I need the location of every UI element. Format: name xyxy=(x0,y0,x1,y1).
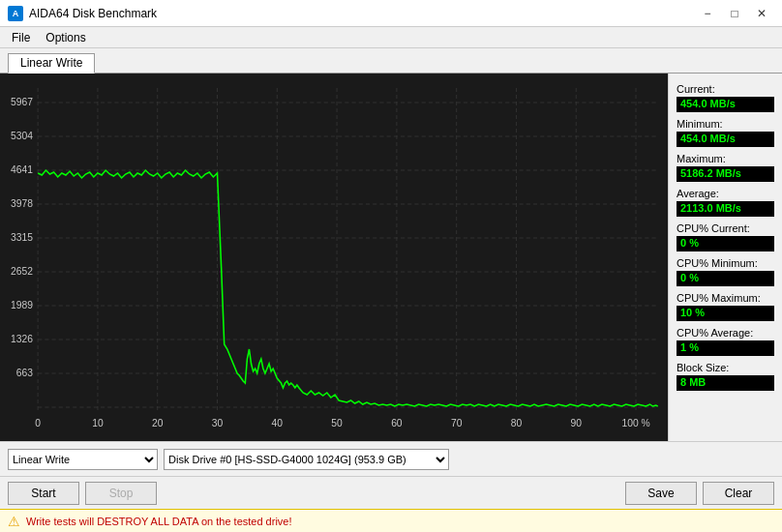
chart-area: MB/s 25:20 xyxy=(0,74,668,441)
cpu-maximum-value: 10 % xyxy=(677,306,774,321)
average-label: Average: xyxy=(677,188,774,199)
tab-area: Linear Write xyxy=(0,48,782,74)
menu-options[interactable]: Options xyxy=(38,29,93,46)
window-controls: − □ ✕ xyxy=(695,4,774,23)
svg-text:2652: 2652 xyxy=(11,266,33,277)
maximum-value: 5186.2 MB/s xyxy=(677,166,774,182)
title-bar-left: A AIDA64 Disk Benchmark xyxy=(8,6,157,21)
cpu-average-label: CPU% Average: xyxy=(677,327,774,339)
svg-text:40: 40 xyxy=(272,418,284,429)
bottom-controls: Linear Write Disk Drive #0 [HS-SSD-G4000… xyxy=(0,441,782,476)
window-title: AIDA64 Disk Benchmark xyxy=(29,7,157,20)
svg-text:3978: 3978 xyxy=(11,198,33,209)
cpu-current-label: CPU% Current: xyxy=(677,222,774,234)
maximize-button[interactable]: □ xyxy=(722,4,747,23)
clear-button[interactable]: Clear xyxy=(703,482,774,505)
current-label: Current: xyxy=(677,83,774,95)
button-row: Start Stop Save Clear xyxy=(0,476,782,509)
menu-file[interactable]: File xyxy=(4,29,38,46)
svg-text:5967: 5967 xyxy=(11,97,33,107)
svg-text:1989: 1989 xyxy=(11,300,33,310)
test-type-select[interactable]: Linear Write xyxy=(8,449,158,470)
cpu-current-value: 0 % xyxy=(677,236,774,251)
svg-text:20: 20 xyxy=(152,418,164,429)
stop-button[interactable]: Stop xyxy=(85,482,157,505)
right-panel: Current: 454.0 MB/s Minimum: 454.0 MB/s … xyxy=(668,74,782,441)
close-button[interactable]: ✕ xyxy=(749,4,774,23)
title-bar: A AIDA64 Disk Benchmark − □ ✕ xyxy=(0,0,782,27)
minimize-button[interactable]: − xyxy=(695,4,720,23)
disk-select[interactable]: Disk Drive #0 [HS-SSD-G4000 1024G] (953.… xyxy=(164,449,449,470)
maximum-label: Maximum: xyxy=(677,153,774,164)
cpu-minimum-value: 0 % xyxy=(677,271,774,286)
svg-text:1326: 1326 xyxy=(11,334,33,344)
svg-text:90: 90 xyxy=(571,418,583,429)
chart-svg: 5967 5304 4641 3978 3315 2652 1989 1326 … xyxy=(0,74,668,441)
svg-rect-0 xyxy=(0,74,668,441)
main-content: MB/s 25:20 xyxy=(0,74,782,441)
warning-text: Write tests will DESTROY ALL DATA on the… xyxy=(26,516,292,527)
svg-text:5304: 5304 xyxy=(11,131,33,141)
menu-bar: File Options xyxy=(0,27,782,48)
start-button[interactable]: Start xyxy=(8,482,79,505)
warning-row: ⚠ Write tests will DESTROY ALL DATA on t… xyxy=(0,509,782,532)
tab-linear-write[interactable]: Linear Write xyxy=(8,53,95,74)
cpu-average-value: 1 % xyxy=(677,340,774,356)
cpu-minimum-label: CPU% Minimum: xyxy=(677,257,774,269)
block-size-value: 8 MB xyxy=(677,375,774,391)
svg-text:100 %: 100 % xyxy=(621,418,649,429)
current-value: 454.0 MB/s xyxy=(677,97,774,112)
svg-text:10: 10 xyxy=(92,418,104,429)
average-value: 2113.0 MB/s xyxy=(677,201,774,217)
app-icon: A xyxy=(8,6,23,21)
svg-text:80: 80 xyxy=(511,418,523,429)
svg-text:0: 0 xyxy=(35,418,41,429)
cpu-maximum-label: CPU% Maximum: xyxy=(677,292,774,304)
svg-text:3315: 3315 xyxy=(11,232,33,243)
svg-text:70: 70 xyxy=(451,418,463,429)
block-size-label: Block Size: xyxy=(677,362,774,373)
svg-text:60: 60 xyxy=(391,418,403,429)
svg-text:4641: 4641 xyxy=(11,164,33,175)
minimum-value: 454.0 MB/s xyxy=(677,132,774,147)
save-button[interactable]: Save xyxy=(625,482,697,505)
svg-text:30: 30 xyxy=(212,418,224,429)
svg-text:50: 50 xyxy=(331,418,343,429)
warning-icon: ⚠ xyxy=(8,514,20,529)
svg-text:663: 663 xyxy=(16,368,34,378)
minimum-label: Minimum: xyxy=(677,118,774,130)
